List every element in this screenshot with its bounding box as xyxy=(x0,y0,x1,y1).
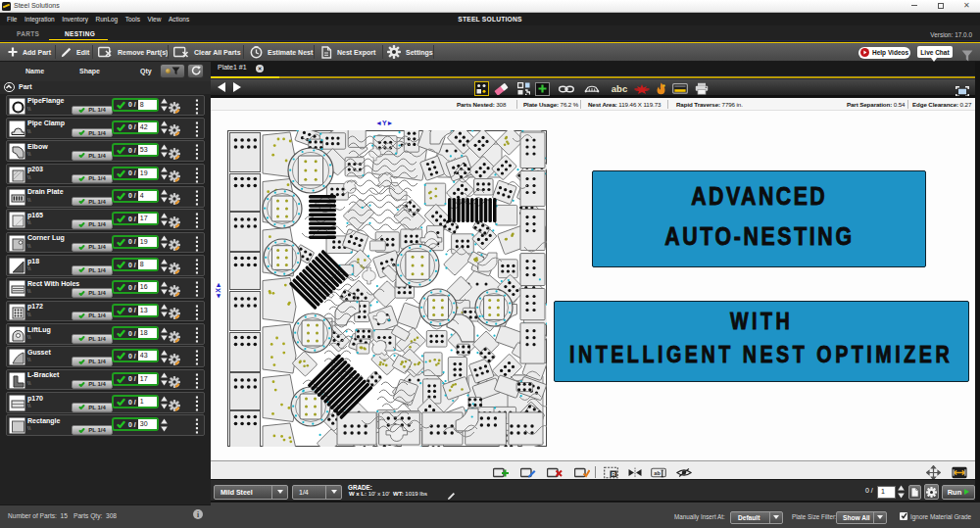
svg-text:R: R xyxy=(612,470,615,476)
svg-text:ab: ab xyxy=(654,470,661,476)
